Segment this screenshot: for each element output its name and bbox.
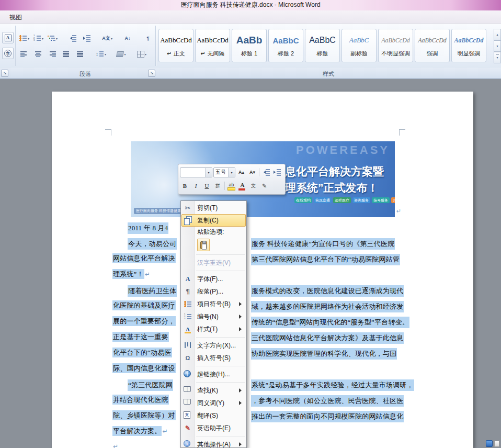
banner-badge[interactable]: 咨询服务 xyxy=(352,197,370,203)
shrink-font-button[interactable]: A▾ xyxy=(247,167,257,177)
context-menu-item[interactable]: 文翻译(S) xyxy=(181,409,246,422)
decrease-indent-button[interactable] xyxy=(261,167,271,177)
paste-option-button[interactable] xyxy=(197,239,210,251)
bold-button[interactable]: B xyxy=(180,181,190,191)
font-color-button[interactable]: A xyxy=(237,181,247,191)
ribbon-show-marks-button[interactable]: ¶ xyxy=(142,32,154,44)
context-menu-item[interactable]: 超链接(H)... xyxy=(181,368,246,380)
doc-line[interactable]: ↵ xyxy=(112,442,405,448)
ribbon-align-center-button[interactable] xyxy=(32,48,44,60)
doc-line[interactable]: 际、国内信息化建设 xyxy=(112,364,405,374)
ribbon-decrease-indent-button[interactable] xyxy=(66,32,79,44)
styles-scroll-down-button[interactable]: ▼ xyxy=(494,40,501,52)
ribbon-align-right-button[interactable] xyxy=(46,48,59,60)
ribbon-tab-row: 视图 xyxy=(0,10,501,24)
bullets-icon xyxy=(184,300,192,308)
style-item-intense[interactable]: AaBbCcDd明显强调 xyxy=(451,29,486,62)
grow-font-button[interactable]: A▴ xyxy=(236,167,246,177)
ribbon-align-distribute-button[interactable] xyxy=(74,48,87,60)
context-menu-item[interactable]: ✂剪切(T) xyxy=(181,201,246,214)
banner-badge[interactable]: 远程医疗 xyxy=(333,197,351,203)
context-menu-item[interactable]: Ω插入符号(S) xyxy=(181,352,246,364)
style-item-normal[interactable]: AaBbCcDd↵ 正文 xyxy=(158,29,193,62)
doc-text-fragment: 三代医院网站信息化平台解决方案》及基于此信息 xyxy=(251,332,404,344)
doc-line[interactable]: 2011 年 8 月4 xyxy=(112,222,405,233)
context-menu-item[interactable]: ¶段落(P)... xyxy=(181,285,246,298)
ribbon-bullets-button[interactable]: ▾ xyxy=(18,32,30,44)
styles-scroll-up-button[interactable]: ▲ xyxy=(494,29,501,40)
menu-separator xyxy=(196,337,245,338)
ribbon-shading-button[interactable]: ▾ xyxy=(115,48,128,60)
window-titlebar[interactable]: 医疗面向服务 科技传递健康.docx - Microsoft Word xyxy=(0,0,501,10)
ribbon-multilevel-button[interactable]: ▾ xyxy=(46,32,59,44)
menu-item-label: 同义词(Y) xyxy=(197,399,224,408)
ribbon-group-labels: 段落 样式 ↘ ↘ xyxy=(0,68,501,79)
doc-line[interactable]: “第三代医院网系统”是动易基于多年实践经验，经过大量市场调研， xyxy=(112,379,405,390)
multilevel-icon xyxy=(47,34,55,42)
ribbon-borders-button[interactable]: ▾ xyxy=(135,48,148,60)
tab-view[interactable]: 视图 xyxy=(3,12,28,24)
ribbon-align-justify-button[interactable] xyxy=(60,48,73,60)
font-name-combo[interactable]: ▾ xyxy=(180,167,212,177)
ribbon-enclose-char-button[interactable]: 字 xyxy=(2,48,14,59)
tray-app-icon[interactable] xyxy=(486,440,493,447)
dialog-launcher-icon[interactable]: ↘ xyxy=(1,70,8,77)
banner-badge[interactable]: 实况直播 xyxy=(314,197,332,203)
menu-item-label: 英语助手(E) xyxy=(197,424,231,433)
style-item-subtitle[interactable]: AaBbC副标题 xyxy=(341,29,377,62)
doc-line[interactable]: 平台解决方案。↵ xyxy=(112,427,405,437)
cjk-tool-button[interactable]: 文 xyxy=(248,181,258,191)
ribbon-sort-button[interactable]: A↓ xyxy=(121,32,134,44)
ribbon-cjk-layout-button[interactable]: A文▾ xyxy=(101,32,113,44)
style-item-title[interactable]: AaBbC标题 xyxy=(305,29,340,62)
doc-line[interactable]: 化平台下的“动易医协助医院实现医院管理的科学化、现代化，与国 xyxy=(112,348,405,359)
context-menu-item[interactable]: 同义词(Y) xyxy=(181,397,246,409)
phonetic-guide-button[interactable]: 拼 xyxy=(213,181,223,191)
doc-line[interactable]: 理系统”！↵ xyxy=(112,270,405,280)
context-menu-item[interactable]: 文字方向(X)... xyxy=(181,339,246,352)
doc-line[interactable]: 今天，动易公司服务 科技传递健康”为宣传口号的《第三代医院 xyxy=(112,238,405,249)
underline-button[interactable]: U xyxy=(202,181,212,191)
style-item-h2[interactable]: AaBbC标题 2 xyxy=(268,29,303,62)
ribbon-increase-indent-button[interactable] xyxy=(81,32,93,44)
banner-headline-2: 理系统”正式发布！ xyxy=(285,181,379,195)
decrease-indent-icon xyxy=(69,34,77,42)
format-painter-button[interactable]: ✎ xyxy=(259,181,269,191)
context-menu-item[interactable]: 编号(N) xyxy=(181,310,246,323)
doc-line[interactable]: 并结合现代化医院，参考不同医院（如公立医院、民营医院、社区医 xyxy=(112,395,405,406)
doc-line[interactable]: 随着医药卫生体服务模式的改变，医院信息化建设已逐渐成为现代 xyxy=(112,285,405,296)
font-size-combo[interactable]: 五号 ▾ xyxy=(213,167,235,177)
styles-more-button[interactable]: ▼ xyxy=(494,52,501,63)
context-menu-item[interactable]: A样式(T) xyxy=(181,323,246,335)
ribbon-numbering-button[interactable]: ▾ xyxy=(32,32,44,44)
dialog-launcher-icon[interactable]: ↘ xyxy=(148,70,155,77)
italic-button[interactable]: I xyxy=(191,181,201,191)
doc-line[interactable]: 化医院的基础及医疗域，越来越多的医院把网络作为社会活动和经济发 xyxy=(112,301,405,311)
context-menu-item[interactable]: i其他操作(A) xyxy=(181,438,246,448)
menu-item-label: 样式(T) xyxy=(197,325,218,334)
chevron-down-icon: ▾ xyxy=(111,37,112,40)
doc-line[interactable]: 院、乡镇医院等）对推出的一套完整的面向不同规模医院的网站信息化 xyxy=(112,411,405,421)
style-preview: AaBbCcDd xyxy=(415,32,449,49)
doc-line[interactable]: 网站信息化平台解决第三代医院网站信息化平台下的“动易医院网站管 xyxy=(112,254,405,264)
banner-badge[interactable]: 挂号服务 xyxy=(372,197,390,203)
style-item-nospace[interactable]: AaBbCcDd↵ 无间隔 xyxy=(195,29,230,62)
text-highlight-button[interactable]: ab xyxy=(226,181,236,191)
context-menu-item[interactable]: A字体(F)... xyxy=(181,273,246,285)
ribbon-line-spacing-button[interactable]: ↕▾ xyxy=(95,48,107,60)
tray-doc-icon[interactable] xyxy=(494,441,499,447)
doc-line[interactable]: 展的一个重要部分，传统的“信息型”网站向现代化的“服务型”平台转变。 xyxy=(112,317,405,327)
context-menu-item[interactable]: 复制(C) xyxy=(181,214,246,227)
ribbon-char-border-button[interactable]: A xyxy=(2,32,14,43)
context-menu-item[interactable]: ✎英语助手(E) xyxy=(181,422,246,434)
context-menu-item[interactable]: 项目符号(B) xyxy=(181,298,246,310)
style-item-emph[interactable]: AaBbCcDd强调 xyxy=(415,29,450,62)
ribbon-align-left-button[interactable] xyxy=(18,48,30,60)
context-menu-item[interactable]: 查找(K) xyxy=(181,384,246,397)
banner-badge[interactable]: 开通专区 xyxy=(391,197,395,203)
banner-badge[interactable]: 在线预约 xyxy=(294,197,312,203)
style-item-h1[interactable]: AaBb标题 1 xyxy=(232,29,267,62)
doc-line[interactable]: 正是基于这一重要三代医院网站信息化平台解决方案》及基于此信息 xyxy=(112,332,405,343)
style-item-subtle[interactable]: AaBbCcDd不明显强调 xyxy=(378,29,413,62)
increase-indent-button[interactable] xyxy=(272,167,282,177)
